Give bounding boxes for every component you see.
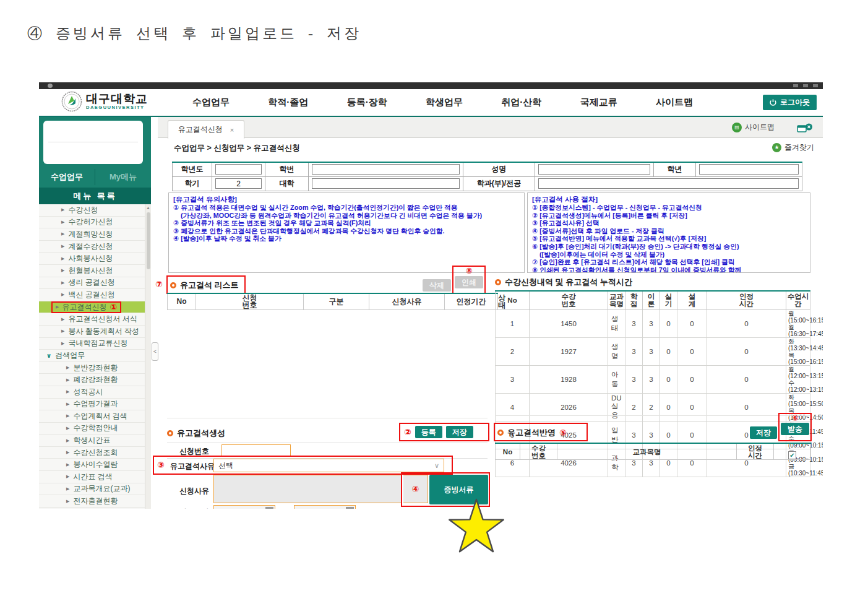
calendar-icon[interactable] [346, 507, 354, 509]
popout-window-icon[interactable] [797, 123, 813, 133]
top-nav-item[interactable]: 등록·장학 [347, 97, 387, 108]
apply-no-input[interactable] [221, 444, 291, 457]
breadcrumb-row: 수업업무 > 신청업무 > 유고결석신청 ★ 즐겨찾기 [158, 138, 823, 157]
year-input[interactable] [215, 164, 262, 175]
content-area: 유고결석신청 × ▤ 사이트맵 수업업무 > 신청업무 > 유고결석신청 ★ 즐… [158, 117, 823, 509]
sidebar-menu-item[interactable]: ▶ 계절희망신청 [39, 228, 145, 241]
window-controls[interactable] [793, 84, 818, 87]
sidebar-menu-item[interactable]: ▶ 봉사 활동계획서 작성 [39, 326, 145, 338]
scrollbar-thumb[interactable] [147, 212, 150, 269]
sidebar-menu-item[interactable]: ▶ 수강허가신청 [39, 217, 145, 229]
dept-input[interactable] [538, 178, 799, 189]
enroll-title-row: 수강신청내역 및 유고결석 누적시간 [495, 277, 632, 288]
sitemap-link[interactable]: ▤ 사이트맵 [732, 122, 775, 132]
sidebar-scrollbar[interactable]: ▲ [145, 204, 151, 509]
studentno-input[interactable] [312, 164, 460, 175]
absence-list-header-cell: 구분 [304, 293, 369, 309]
annotation-1: ① [110, 303, 117, 311]
select-all-checkbox[interactable]: ✔ [788, 451, 796, 459]
college-input[interactable] [312, 178, 460, 189]
notice-cautions-lines: ① 유고결석 적용은 대면수업 및 실시간 Zoom 수업, 학습기간(출석인정… [173, 204, 520, 243]
notice-line: (가상강좌, MOOC강좌 등 원격수업과 학습기간이 유고결석 허용기간보다 … [173, 212, 520, 220]
term-input[interactable] [215, 178, 262, 189]
sidebar-menu-item[interactable]: ▶ 수업평가결과 [39, 399, 145, 411]
apply-title-row: 유고결석반영 ⑤ [495, 424, 587, 438]
university-logo[interactable]: 대구대학교 DAEGUUNIVERSITY [61, 91, 148, 112]
period-tilde: ~ [281, 507, 286, 509]
sidebar-menu-item[interactable]: ▶ 수강학점안내 [39, 423, 145, 435]
sidebar-item-label: 계절희망신청 [68, 229, 113, 240]
create-save-button[interactable]: 저장 [446, 426, 473, 438]
logout-button[interactable]: 로그아웃 [763, 95, 817, 110]
absence-list-table: No신청 번호구분신청사유인정기간상태 [167, 293, 498, 310]
apply-save-button[interactable]: 저장 [750, 426, 777, 439]
sidebar-menu-item[interactable]: ▶ 헌혈봉사신청 [39, 265, 145, 277]
sidebar-menu-item[interactable]: ▶ 전자출결현황 [39, 495, 145, 508]
triangle-bullet-icon: ▶ [61, 244, 64, 249]
top-nav-item[interactable]: 취업·산학 [501, 97, 541, 108]
sidebar-section-label: 검색업무 [55, 350, 85, 361]
sidebar-menu-item[interactable]: ▶ 수업계획서 검색 [39, 410, 145, 423]
cell-design: 0 [677, 337, 707, 365]
sidebar-menu-item[interactable]: ▶ 시간표 검색 [39, 471, 145, 483]
sidebar-menu-item[interactable]: ▶ 백신 공결신청 [39, 289, 145, 301]
top-nav-item[interactable]: 사이트맵 [656, 97, 693, 108]
sidebar-item-label: 생리 공결신청 [68, 277, 114, 288]
sidebar-menu-item[interactable]: ▶ 학생시간표 [39, 435, 145, 447]
sidebar-item-absence-apply[interactable]: ▶ 유고결석신청 ① [39, 301, 145, 314]
grade-input[interactable] [699, 164, 799, 175]
top-nav-item[interactable]: 국제교류 [580, 97, 617, 108]
triangle-bullet-icon: ▶ [56, 305, 59, 309]
top-nav-item[interactable]: 학생업무 [426, 97, 463, 108]
delete-button[interactable]: 삭제 [423, 279, 451, 292]
top-nav-item[interactable]: 수업업무 [192, 97, 230, 108]
tab-close-icon[interactable]: × [230, 126, 234, 134]
sidebar-tab-mymenu[interactable]: My메뉴 [95, 169, 151, 185]
sidebar-menu-item[interactable]: ▶ 성적공시 [39, 386, 145, 399]
enroll-table-row[interactable]: 3 1928 아동 3 3 0 0 0 월(12:00~13:15) 수(12:… [496, 365, 810, 393]
sidebar-menu-item[interactable]: ▶ 유고결석신청서 서식 [39, 313, 145, 326]
register-button[interactable]: 등록 [415, 426, 442, 438]
logout-label: 로그아웃 [780, 97, 810, 108]
notice-line: ① 유고결석 적용은 대면수업 및 실시간 Zoom 수업, 학습기간(출석인정… [173, 204, 520, 212]
term-label: 학기 [173, 176, 212, 191]
triangle-bullet-icon: ▶ [61, 268, 64, 273]
send-button[interactable]: 발송 [781, 423, 809, 435]
favorite-button[interactable]: ★ 즐겨찾기 [772, 142, 814, 153]
cell-practice: 0 [660, 393, 677, 421]
period-end-input[interactable] [294, 505, 356, 509]
sidebar-menu-item[interactable]: ▶ 봉사이수열람 [39, 459, 145, 471]
enroll-table-row[interactable]: 1 1450 생태 3 3 0 0 0 월(15:00~16:15) 월(16:… [496, 309, 810, 337]
sidebar-menu-item[interactable]: ▶ 계절수강신청 [39, 241, 145, 253]
print-button[interactable]: 인쇄 [455, 276, 483, 288]
annotation-8: ⑧ [453, 267, 484, 275]
calendar-icon[interactable] [265, 507, 273, 509]
notice-line: ② 증빙서류가 위조 또는 변조된 것일 경우 해당 교과목 실격(F)처리 [173, 219, 520, 227]
period-start-input[interactable] [213, 505, 275, 509]
sidebar-item-label: 폐강강좌현황 [73, 374, 118, 385]
sidebar-menu-item[interactable]: ▶ 생리 공결신청 [39, 277, 145, 290]
sidebar-tab-work[interactable]: 수업업무 [39, 169, 95, 185]
sidebar-menu-item[interactable]: ▶ 사회봉사신청 [39, 253, 145, 265]
breadcrumb: 수업업무 > 신청업무 > 유고결석신청 [174, 143, 300, 154]
sidebar-menu-item[interactable]: ▶ 수강신청조회 [39, 447, 145, 459]
top-nav-item[interactable]: 학적·졸업 [268, 97, 308, 108]
tab-strip: 유고결석신청 × ▤ 사이트맵 [158, 117, 823, 138]
sidebar-menu-item[interactable]: ▶ 교과목개요(교과) [39, 483, 145, 496]
name-input[interactable] [538, 164, 650, 175]
sidebar-tabs: 수업업무 My메뉴 [39, 169, 151, 185]
reason-textarea[interactable] [213, 475, 402, 503]
enroll-table-row[interactable]: 4 2026 DU실용 2 2 0 0 0 화(15:00~15:50) 목(1… [496, 393, 810, 421]
menu-search-list: ▶ 분반강좌현황 ▶ 폐강강좌현황 ▶ 성적공시 ▶ [39, 362, 145, 508]
tab-absence-apply[interactable]: 유고결석신청 × [168, 120, 244, 139]
sidebar-menu-item[interactable]: ▶ 분반강좌현황 [39, 362, 145, 374]
annotation-box-1: ▶ 유고결석신청 ① [51, 301, 121, 313]
enroll-table-row[interactable]: 2 1927 생명 3 3 0 0 0 화(13:30~14:45) 목(15:… [496, 337, 810, 365]
cell-theory: 3 [643, 365, 660, 393]
sidebar-menu-item[interactable]: ▶ 폐강강좌현황 [39, 374, 145, 386]
sidebar-menu-item[interactable]: ▶ 수강신청 [39, 204, 145, 217]
scrollbar-up-arrow-icon[interactable]: ▲ [145, 205, 151, 211]
sidebar-menu-item[interactable]: ▶ 국내학점교류신청 [39, 338, 145, 350]
reason-select[interactable]: 선택 ∨ [213, 459, 444, 472]
sidebar-section-search[interactable]: ∨ 검색업무 [39, 350, 145, 362]
